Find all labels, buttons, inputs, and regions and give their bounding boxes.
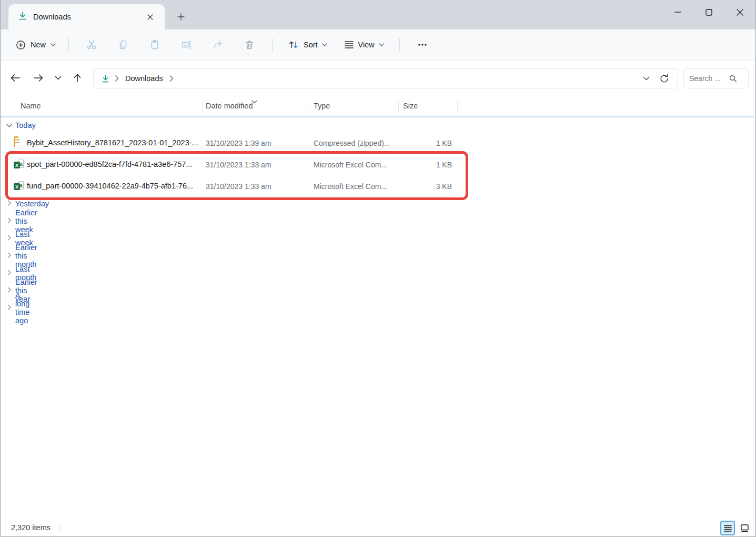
status-bar: 2,320 items [1, 520, 755, 536]
rename-button[interactable]: A [176, 35, 197, 54]
file-type: Microsoft Excel Com... [314, 182, 387, 191]
chevron-right-icon[interactable] [7, 234, 12, 243]
paste-icon [149, 39, 160, 50]
view-button-label: View [358, 41, 375, 49]
column-separator[interactable] [398, 101, 399, 113]
group-label: Yesterday [15, 200, 49, 208]
column-header-row: Name Date modified Type Size [1, 96, 755, 116]
column-separator[interactable] [457, 101, 458, 113]
tab-title: Downloads [33, 13, 71, 21]
group-label: Today [15, 121, 36, 130]
tab-close-button[interactable] [143, 9, 157, 24]
forward-button[interactable] [29, 68, 48, 87]
file-row[interactable]: aX fund_part-00000-39410462-22a9-4b75-af… [1, 176, 755, 197]
file-row[interactable]: Bybit_AssetHistory_8781621_2023-01-01_20… [1, 133, 755, 154]
file-name: Bybit_AssetHistory_8781621_2023-01-01_20… [27, 138, 198, 147]
chevron-right-icon[interactable] [7, 268, 12, 278]
chevron-down-icon [322, 43, 327, 46]
cut-button[interactable] [81, 35, 102, 54]
close-icon [737, 9, 743, 16]
close-window-button[interactable] [724, 0, 755, 24]
maximize-icon [705, 9, 712, 16]
new-tab-button[interactable] [172, 9, 190, 24]
sort-icon [288, 39, 299, 50]
new-button[interactable]: New [10, 36, 62, 54]
view-toggles [720, 521, 752, 535]
sort-button[interactable]: Sort [283, 35, 332, 54]
cut-icon [86, 39, 97, 50]
svg-text:A: A [184, 43, 187, 47]
breadcrumb-chevron-icon[interactable] [169, 75, 174, 82]
group-label: A long time ago [15, 291, 29, 325]
chevron-down-icon[interactable] [6, 121, 12, 130]
file-type: Compressed (zipped)... [314, 139, 390, 147]
refresh-icon[interactable] [659, 74, 669, 84]
maximize-button[interactable] [693, 0, 724, 24]
chevron-right-icon[interactable] [7, 251, 12, 261]
column-header-size[interactable]: Size [403, 102, 418, 110]
recent-locations-button[interactable] [50, 68, 66, 87]
back-icon [10, 74, 21, 82]
file-explorer-window: Downloads New [0, 0, 756, 537]
search-icon [729, 75, 737, 83]
paste-button[interactable] [144, 35, 165, 54]
up-icon [73, 73, 82, 83]
chevron-right-icon[interactable] [7, 199, 12, 208]
search-box[interactable] [683, 68, 749, 88]
excel-csv-icon: aX [14, 181, 24, 192]
tab-downloads[interactable]: Downloads [8, 4, 165, 29]
minimize-icon [674, 12, 681, 13]
chevron-down-icon [51, 43, 56, 46]
details-view-toggle[interactable] [720, 521, 735, 535]
column-separator[interactable] [309, 101, 309, 113]
header-underline [1, 116, 754, 117]
minimize-button[interactable] [662, 0, 693, 24]
copy-button[interactable] [113, 35, 134, 54]
up-button[interactable] [68, 68, 87, 87]
file-size: 1 KB [398, 161, 452, 169]
file-date-modified: 31/10/2023 1:33 am [206, 182, 271, 191]
breadcrumb-chevron-icon[interactable] [115, 75, 119, 82]
address-bar-actions [643, 74, 672, 84]
large-icons-view-toggle[interactable] [737, 521, 752, 535]
file-name: fund_part-00000-39410462-22a9-4b75-afb1-… [27, 182, 193, 190]
back-button[interactable] [6, 68, 25, 87]
close-icon [147, 14, 153, 20]
chevron-right-icon[interactable] [7, 216, 12, 226]
plus-icon [177, 13, 185, 21]
new-button-label: New [31, 41, 46, 49]
chevron-right-icon[interactable] [7, 286, 12, 295]
new-plus-icon [16, 40, 26, 50]
column-separator[interactable] [202, 101, 203, 113]
column-header-name[interactable]: Name [21, 102, 41, 110]
toolbar-separator [399, 38, 400, 52]
title-bar: Downloads [1, 0, 755, 29]
status-bar-separator [60, 524, 61, 532]
file-row[interactable]: aX spot_part-00000-ed85f2ca-f7fd-4781-a3… [1, 154, 755, 176]
file-date-modified: 31/10/2023 1:33 am [206, 161, 271, 169]
more-options-icon [417, 39, 428, 50]
column-header-date-modified[interactable]: Date modified [206, 102, 253, 110]
column-header-type[interactable]: Type [314, 102, 330, 110]
file-size: 3 KB [398, 182, 452, 191]
chevron-right-icon[interactable] [7, 303, 12, 313]
view-button[interactable]: View [339, 36, 389, 53]
file-name: spot_part-00000-ed85f2ca-f7fd-4781-a3e6-… [27, 160, 192, 168]
large-icons-view-icon [740, 524, 749, 532]
zip-folder-icon [14, 138, 24, 148]
toolbar-separator [68, 38, 69, 52]
copy-icon [118, 39, 128, 50]
breadcrumb-segment-downloads[interactable]: Downloads [124, 74, 165, 83]
sort-button-label: Sort [304, 41, 318, 49]
search-input[interactable] [689, 74, 729, 83]
delete-button[interactable] [239, 35, 260, 54]
chevron-down-icon [379, 43, 384, 46]
address-bar[interactable]: Downloads [93, 68, 678, 88]
file-size: 1 KB [398, 139, 452, 147]
share-button[interactable] [207, 35, 228, 54]
toolbar-separator [272, 38, 273, 52]
address-dropdown-chevron-icon[interactable] [643, 76, 650, 81]
chevron-down-icon [55, 76, 62, 80]
more-options-button[interactable] [412, 35, 433, 54]
window-controls [662, 0, 755, 24]
